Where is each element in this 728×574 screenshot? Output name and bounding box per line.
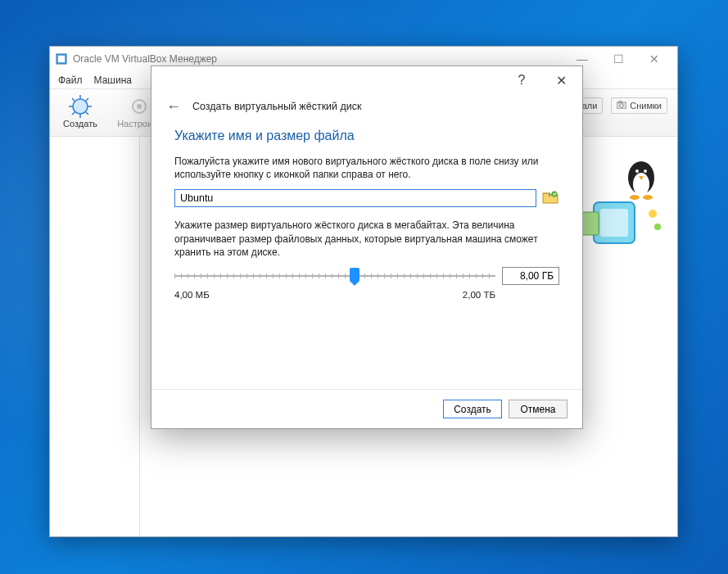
section-title: Укажите имя и размер файла [174, 129, 559, 143]
dialog-title-bar: ? ✕ [151, 66, 582, 94]
menu-file[interactable]: Файл [58, 75, 83, 86]
size-instructions: Укажите размер виртуального жёсткого дис… [174, 219, 559, 259]
toolbar-create-label: Создать [63, 119, 97, 129]
dialog-body: Укажите имя и размер файла Пожалуйста ук… [151, 125, 582, 389]
svg-line-10 [72, 112, 75, 115]
name-instructions: Пожалуйста укажите имя нового виртуально… [174, 155, 559, 181]
svg-point-27 [654, 224, 661, 230]
create-button[interactable]: Создать [443, 400, 502, 418]
svg-line-9 [86, 98, 88, 101]
disk-size-input[interactable] [502, 267, 559, 285]
toolbar-snapshots-tab[interactable]: Снимки [611, 97, 667, 114]
dialog-help-button[interactable]: ? [507, 69, 536, 92]
browse-folder-button[interactable] [541, 189, 559, 207]
folder-icon [542, 190, 558, 207]
vm-list[interactable] [50, 137, 140, 536]
virtualbox-icon [55, 52, 68, 66]
svg-point-28 [552, 192, 558, 197]
svg-line-7 [72, 98, 75, 101]
disk-name-input[interactable] [174, 189, 536, 207]
svg-rect-25 [581, 212, 599, 235]
slider-range-labels: 4,00 МБ 2,00 ТБ [174, 290, 559, 300]
back-button[interactable]: ← [165, 97, 183, 115]
cancel-button[interactable]: Отмена [509, 400, 567, 418]
dialog-close-button[interactable]: ✕ [546, 69, 576, 92]
toolbar-create-button[interactable]: Создать [55, 93, 106, 129]
dialog-header: ← Создать виртуальный жёсткий диск [151, 94, 582, 125]
sun-gear-icon [68, 94, 93, 119]
menu-machine[interactable]: Машина [94, 75, 132, 86]
slider-min-label: 4,00 МБ [174, 290, 210, 300]
slider-thumb[interactable] [350, 268, 359, 282]
slider-max-label: 2,00 ТБ [463, 290, 495, 300]
svg-point-12 [137, 104, 142, 109]
tab-partial-label: али [582, 101, 598, 111]
svg-line-8 [86, 112, 88, 115]
close-button[interactable]: ✕ [636, 47, 672, 70]
svg-rect-1 [58, 56, 65, 62]
svg-point-18 [635, 169, 639, 173]
svg-point-19 [644, 169, 647, 173]
snapshots-label: Снимки [630, 101, 662, 111]
dialog-footer: Создать Отмена [151, 389, 582, 428]
size-slider-row [174, 267, 559, 285]
svg-point-2 [73, 99, 88, 114]
svg-point-14 [620, 104, 623, 107]
create-virtual-disk-dialog: ? ✕ ← Создать виртуальный жёсткий диск У… [151, 66, 583, 429]
window-title: Oracle VM VirtualBox Менеджер [73, 53, 564, 65]
svg-rect-15 [619, 102, 622, 103]
virtualbox-illustration [577, 153, 667, 260]
svg-rect-24 [600, 209, 628, 237]
camera-icon [617, 101, 626, 111]
size-slider[interactable] [174, 269, 495, 283]
svg-point-26 [649, 210, 657, 218]
dialog-header-label: Создать виртуальный жёсткий диск [192, 101, 362, 112]
gear-icon [127, 94, 151, 119]
maximize-button[interactable]: ☐ [600, 47, 636, 70]
svg-point-21 [630, 195, 640, 200]
svg-point-22 [643, 195, 653, 200]
